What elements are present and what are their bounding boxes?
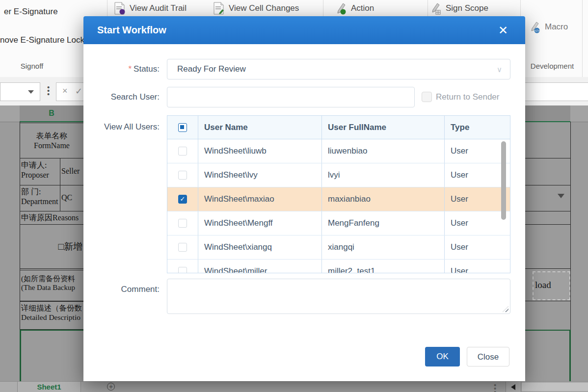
search-user-label: Search User: — [83, 87, 160, 107]
grid-line — [525, 185, 570, 185]
dialog-header: Start Workflow ✕ — [83, 16, 525, 44]
view-all-users-label: View All Users: — [83, 115, 160, 139]
cell-type: User — [445, 211, 510, 235]
cell-backup[interactable]: (如所需备份资料 (The Data Backup — [20, 270, 84, 301]
macro-button[interactable]: </> Macro — [529, 21, 568, 33]
download-button-partial[interactable]: load — [533, 271, 570, 300]
search-user-input[interactable] — [167, 87, 415, 107]
cell-type: User — [445, 187, 510, 211]
row-checkbox[interactable] — [178, 219, 187, 228]
action-icon — [335, 2, 347, 15]
column-header-type[interactable]: Type — [445, 116, 510, 139]
grid-line — [525, 158, 570, 158]
cell-new-option[interactable]: □新增 — [20, 224, 84, 269]
cell-full-name: MengFanfeng — [322, 211, 445, 235]
cell-text: (The Data Backup — [21, 283, 83, 292]
sheet-tab-sheet1[interactable]: Sheet1 — [18, 382, 80, 392]
grid-line — [525, 301, 570, 301]
cell-full-name: xiangqi — [322, 235, 445, 259]
table-row[interactable]: WindSheet\millermiller2_test1User — [167, 260, 510, 273]
add-sheet-icon[interactable]: + — [107, 383, 115, 391]
cell-full-name: lvyi — [322, 163, 445, 187]
select-all-checkbox[interactable] — [178, 123, 187, 132]
action-button[interactable]: Action — [335, 2, 374, 15]
cell-department[interactable]: 部 门: Department — [20, 185, 60, 211]
column-header-user-name[interactable]: User Name — [198, 116, 322, 139]
app-window: er E-Signature nove E-Signature Lock Sig… — [0, 0, 588, 392]
return-to-sender-label: Return to Sender — [436, 87, 499, 107]
row-checkbox[interactable] — [178, 267, 187, 273]
selection-border-right — [569, 330, 571, 381]
chevron-down-icon: ∨ — [497, 59, 502, 80]
cell-department-value[interactable]: QC — [60, 185, 84, 211]
hscroll-left-button[interactable] — [506, 382, 521, 392]
user-table: User Name User FullName Type WindSheet\l… — [167, 115, 510, 273]
column-header-b[interactable]: B — [20, 105, 83, 122]
selection-border-top — [20, 330, 84, 331]
cell-text: Detailed Descriptio — [21, 313, 83, 322]
cell-proposer-value[interactable]: Seller — [60, 158, 84, 185]
grid-line — [525, 224, 570, 225]
close-button[interactable]: Close — [467, 347, 509, 366]
ribbon-item-esignature[interactable]: er E-Signature — [4, 7, 58, 17]
cell-text: 申请人: — [21, 160, 60, 170]
user-table-header: User Name User FullName Type — [167, 116, 510, 139]
cell-text: Proposer — [21, 170, 60, 180]
tab-separator — [521, 382, 521, 392]
confirm-entry-icon[interactable]: ✓ — [75, 86, 82, 97]
view-audit-trail-label: View Audit Trail — [130, 3, 187, 13]
row-checkbox[interactable] — [178, 147, 187, 156]
cell-text: 部 门: — [21, 187, 60, 197]
table-scrollbar-thumb[interactable] — [501, 141, 506, 220]
cell-text: Department — [21, 197, 60, 207]
grid-line — [570, 122, 571, 330]
cell-user-name: WindSheet\maxiao — [198, 187, 322, 211]
cell-dropdown-icon[interactable] — [558, 194, 564, 198]
sheet-tab-label: Sheet1 — [37, 383, 61, 391]
formula-bar-options-icon[interactable]: ••• — [47, 85, 50, 96]
return-to-sender-checkbox[interactable] — [422, 92, 432, 102]
cell-user-name: WindSheet\Mengff — [198, 211, 322, 235]
cell-user-name: WindSheet\liuwb — [198, 139, 322, 163]
row-checkbox[interactable]: ✓ — [178, 195, 187, 204]
cell-detail[interactable]: 详细描述（备份数 Detailed Descriptio — [20, 301, 84, 330]
cell-full-name: miller2_test1 — [322, 260, 445, 273]
table-row[interactable]: WindSheet\MengffMengFanfengUser — [167, 211, 510, 235]
row-checkbox[interactable] — [178, 243, 187, 252]
audit-trail-icon — [114, 2, 126, 15]
cell-full-name: maxianbiao — [322, 187, 445, 211]
column-header-selected[interactable] — [525, 105, 570, 122]
view-cell-changes-label: View Cell Changes — [229, 3, 299, 13]
table-row[interactable]: WindSheet\liuwbliuwenbiaoUser — [167, 139, 510, 163]
cell-form-name[interactable]: 表单名称 FormName — [20, 123, 84, 158]
cell-reasons[interactable]: 申请原因Reasons — [20, 211, 84, 225]
close-icon[interactable]: ✕ — [495, 23, 511, 38]
table-row[interactable]: WindSheet\lvylvyiUser — [167, 163, 510, 187]
required-mark: * — [128, 64, 132, 74]
sign-scope-button[interactable]: Sign Scope — [430, 2, 488, 15]
cell-full-name: liuwenbiao — [322, 139, 445, 163]
view-audit-trail-button[interactable]: View Audit Trail — [114, 2, 187, 15]
table-row[interactable]: ✓WindSheet\maxiaomaxianbiaoUser — [167, 187, 510, 211]
row-checkbox[interactable] — [178, 171, 187, 180]
cell-type: User — [445, 139, 510, 163]
comment-textarea[interactable] — [167, 279, 510, 314]
table-row[interactable]: WindSheet\xiangqxiangqiUser — [167, 235, 510, 260]
ok-button[interactable]: OK — [425, 347, 460, 366]
ribbon-item-remove-esignature-lock[interactable]: nove E-Signature Lock — [0, 35, 84, 45]
view-cell-changes-button[interactable]: View Cell Changes — [213, 2, 299, 15]
cancel-entry-icon[interactable]: × — [62, 86, 68, 96]
column-header-user-fullname[interactable]: User FullName — [322, 116, 445, 139]
horizontal-scrollbar[interactable] — [522, 383, 588, 391]
cell-user-name: WindSheet\lvy — [198, 163, 322, 187]
tab-scroll-area[interactable] — [0, 382, 17, 392]
macro-label: Macro — [545, 22, 568, 32]
status-select[interactable]: Ready For Review ∨ — [167, 59, 510, 79]
name-box[interactable] — [0, 82, 40, 101]
tabbar-options-icon[interactable]: ••• — [494, 383, 496, 392]
status-label: *Status: — [83, 59, 160, 79]
sign-scope-label: Sign Scope — [446, 3, 488, 13]
grid-line — [525, 268, 570, 269]
cell-proposer[interactable]: 申请人: Proposer — [20, 158, 60, 185]
name-box-dropdown-icon[interactable] — [28, 90, 34, 94]
